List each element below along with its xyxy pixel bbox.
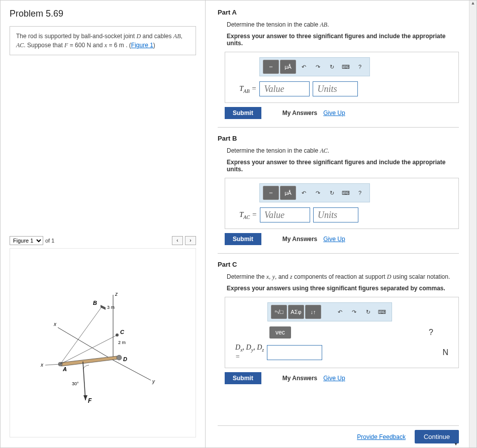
my-answers-link[interactable]: My Answers xyxy=(282,109,318,117)
figure-next-button[interactable]: › xyxy=(185,236,196,245)
give-up-link[interactable]: Give Up xyxy=(323,236,345,243)
part-a-submit-button[interactable]: Submit xyxy=(225,107,261,119)
var-ab: AB xyxy=(173,33,181,40)
svg-text:x: x xyxy=(40,362,44,368)
text: . xyxy=(328,147,329,154)
text: , and xyxy=(275,273,290,280)
dropdown-icon[interactable]: ▼ xyxy=(454,442,458,446)
part-b-answer-box: ▫▫ μÅ ↶ ↷ ↻ ⌨ ? TAC = xyxy=(225,178,459,229)
vec-chip[interactable]: vec xyxy=(269,326,291,339)
part-c-title: Part C xyxy=(218,261,459,268)
give-up-link[interactable]: Give Up xyxy=(323,375,345,382)
part-c-answer-line: Dx, Dy, Dz = N xyxy=(235,344,451,362)
part-a-actions: Submit My Answers Give Up xyxy=(218,107,459,119)
part-c-answer-box: ⁿ√□ ΑΣφ ↓↑ ↶ ↷ ↻ ⌨ vec ? Dx, Dy, xyxy=(225,297,459,368)
svg-text:z: z xyxy=(115,291,118,297)
text: The rod is supported by ball-and-socket … xyxy=(16,33,136,40)
undo-button[interactable]: ↶ xyxy=(333,305,346,319)
text: components of reaction at support xyxy=(293,273,387,280)
help-button[interactable]: ? xyxy=(353,60,366,74)
redo-button[interactable]: ↷ xyxy=(347,305,360,319)
text: and xyxy=(92,42,104,49)
keyboard-button[interactable]: ⌨ xyxy=(375,305,389,319)
part-a-value-input[interactable] xyxy=(259,81,310,96)
part-c-instructions: Express your answers using three signifi… xyxy=(227,285,459,292)
text: = 6 xyxy=(107,42,119,49)
part-b-title: Part B xyxy=(218,135,459,142)
svg-line-23 xyxy=(45,364,60,365)
svg-line-2 xyxy=(113,360,151,380)
provide-feedback-link[interactable]: Provide Feedback xyxy=(357,433,406,440)
part-b-instructions: Express your answer to three significant… xyxy=(227,159,459,173)
text: , xyxy=(181,33,182,40)
problem-statement: The rod is supported by ball-and-socket … xyxy=(10,26,196,55)
figure-link[interactable]: Figure 1 xyxy=(131,42,153,49)
figure-of-label: of 1 xyxy=(45,238,54,244)
templates-button[interactable]: ▫▫ xyxy=(263,186,279,200)
svg-text:y: y xyxy=(152,379,155,384)
svg-point-13 xyxy=(117,355,122,360)
part-c-prompt: Determine the x, y, and z components of … xyxy=(227,273,459,281)
my-answers-link[interactable]: My Answers xyxy=(282,375,318,382)
svg-text:2 m: 2 m xyxy=(118,340,126,345)
templates-button[interactable]: ▫▫ xyxy=(263,60,279,74)
help-button[interactable]: ? xyxy=(429,328,433,337)
part-b-toolbar: ▫▫ μÅ ↶ ↷ ↻ ⌨ ? xyxy=(259,183,370,202)
part-b-answer-line: TAC = xyxy=(239,207,451,222)
sort-button[interactable]: ↓↑ xyxy=(305,305,321,319)
part-b-actions: Submit My Answers Give Up xyxy=(218,233,459,245)
text: and cables xyxy=(141,33,173,40)
part-c-label: Dx, Dy, Dz = xyxy=(235,344,264,362)
text: , xyxy=(269,273,272,280)
give-up-link[interactable]: Give Up xyxy=(323,109,345,117)
keyboard-button[interactable]: ⌨ xyxy=(339,186,352,200)
svg-text:A: A xyxy=(62,366,67,372)
mu-angstrom-button[interactable]: μÅ xyxy=(280,60,296,74)
part-a-instructions: Express your answer to three significant… xyxy=(227,33,459,47)
undo-button[interactable]: ↶ xyxy=(297,186,310,200)
part-b: Part B Determine the tension in the cabl… xyxy=(218,135,459,245)
reset-button[interactable]: ↻ xyxy=(325,60,338,74)
continue-button[interactable]: Continue xyxy=(415,430,459,443)
figure-select[interactable]: Figure 1 xyxy=(10,236,43,245)
text: Determine the tension in the cable xyxy=(227,147,320,154)
keyboard-button[interactable]: ⌨ xyxy=(339,60,352,74)
my-answers-link[interactable]: My Answers xyxy=(282,236,318,243)
part-a: Part A Determine the tension in the cabl… xyxy=(218,9,459,119)
help-button[interactable]: ? xyxy=(353,186,366,200)
var: D xyxy=(387,273,392,280)
problem-title: Problem 5.69 xyxy=(10,9,196,19)
var-d: D xyxy=(136,33,141,40)
root-button[interactable]: ⁿ√□ xyxy=(271,305,287,319)
figure-selector-bar: Figure 1 of 1 ‹ › xyxy=(10,236,196,245)
greek-button[interactable]: ΑΣφ xyxy=(288,305,304,319)
part-a-answer-line: TAB = xyxy=(239,81,451,96)
unit-m: m xyxy=(119,42,124,49)
reset-button[interactable]: ↻ xyxy=(361,305,374,319)
reset-button[interactable]: ↻ xyxy=(325,186,338,200)
part-a-label: TAB = xyxy=(239,84,256,94)
undo-button[interactable]: ↶ xyxy=(297,60,310,74)
part-c-submit-button[interactable]: Submit xyxy=(225,372,261,384)
part-b-prompt: Determine the tension in the cable AC. xyxy=(227,147,459,155)
separator xyxy=(218,253,459,254)
figure-prev-button[interactable]: ‹ xyxy=(172,236,183,245)
svg-marker-20 xyxy=(83,395,87,400)
part-b-units-input[interactable] xyxy=(313,207,358,222)
svg-text:30°: 30° xyxy=(72,381,79,386)
part-b-submit-button[interactable]: Submit xyxy=(225,233,261,245)
part-a-answer-box: ▫▫ μÅ ↶ ↷ ↻ ⌨ ? TAB = xyxy=(225,52,459,103)
text: . xyxy=(327,21,329,28)
footer: Provide Feedback Continue ▼ xyxy=(218,425,459,443)
text: Determine the tension in the cable xyxy=(227,21,320,28)
part-a-units-input[interactable] xyxy=(313,81,358,96)
redo-button[interactable]: ↷ xyxy=(311,186,324,200)
text: Determine the xyxy=(227,273,266,280)
redo-button[interactable]: ↷ xyxy=(311,60,324,74)
part-b-value-input[interactable] xyxy=(260,207,310,222)
scroll-up-icon[interactable]: ▲ xyxy=(469,1,476,6)
part-c-value-input[interactable] xyxy=(267,345,322,360)
scrollbar[interactable]: ▲ xyxy=(469,1,476,447)
mu-angstrom-button[interactable]: μÅ xyxy=(280,186,296,200)
svg-text:B: B xyxy=(93,300,97,306)
